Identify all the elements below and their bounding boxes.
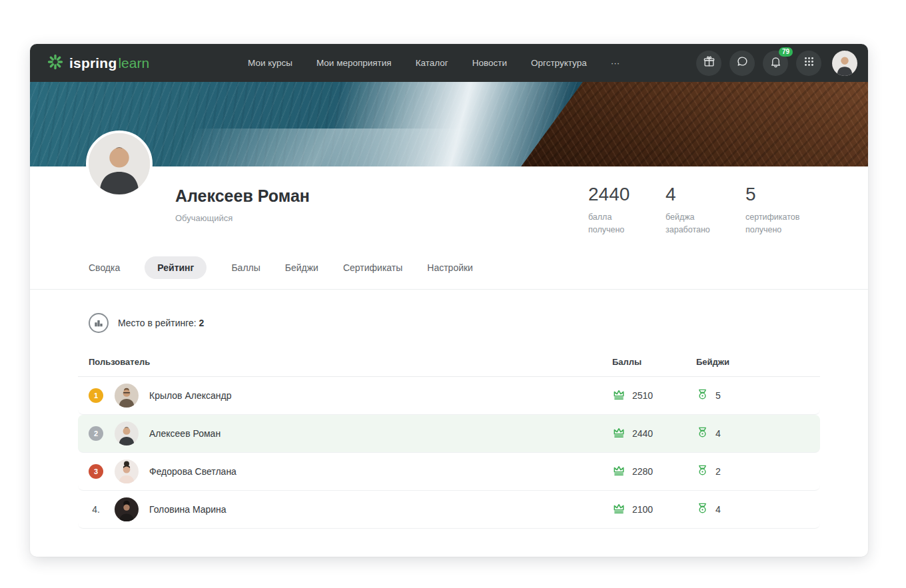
points-value: 2440 <box>632 428 653 439</box>
stat-certificates: 5 сертификатовполучено <box>745 184 799 236</box>
stat-points-label: баллаполучено <box>588 211 666 236</box>
badges-value: 4 <box>715 504 721 515</box>
table-row[interactable]: 3 Федорова Светлана 2280 2 <box>78 453 820 491</box>
cover-photo <box>30 82 868 166</box>
nav-news[interactable]: Новости <box>472 58 507 68</box>
crown-icon <box>612 464 626 479</box>
top-navigation-bar: ispringlearn Мои курсы Мои мероприятия К… <box>30 44 868 82</box>
rank-badge-gold: 1 <box>89 388 103 403</box>
user-cell: 4. Головина Марина <box>89 497 612 521</box>
user-avatar <box>115 459 139 483</box>
logo-product-text: learn <box>118 55 149 71</box>
user-cell: 3 Федорова Светлана <box>89 459 612 483</box>
crown-icon <box>612 502 626 517</box>
badges-cell: 4 <box>696 426 721 441</box>
points-cell: 2280 <box>612 464 696 479</box>
header-badges: Бейджи <box>696 357 809 367</box>
stat-points: 2440 баллаполучено <box>588 184 666 236</box>
badges-value: 4 <box>715 428 721 439</box>
apps-grid-icon <box>803 56 815 70</box>
ispring-learn-logo[interactable]: ispringlearn <box>47 54 149 73</box>
profile-page-card: ispringlearn Мои курсы Мои мероприятия К… <box>30 44 868 557</box>
points-cell: 2440 <box>612 426 696 441</box>
stat-badges-value: 4 <box>666 184 745 205</box>
user-cell: 1 Крылов Александр <box>89 384 612 408</box>
stat-badges: 4 бейджазаработано <box>666 184 745 236</box>
badges-value: 5 <box>715 390 721 401</box>
rank-number: 4. <box>89 502 103 517</box>
badges-cell: 4 <box>696 502 721 517</box>
logo-brand-text: ispring <box>69 55 117 71</box>
badges-cell: 2 <box>696 464 721 479</box>
rank-badge-silver: 2 <box>89 426 103 441</box>
header-user: Пользователь <box>89 357 612 367</box>
leaderboard-table: Пользователь Баллы Бейджи 1 Крылов Алекс… <box>78 352 820 529</box>
points-cell: 2100 <box>612 502 696 517</box>
podium-icon <box>89 313 109 333</box>
main-nav: Мои курсы Мои мероприятия Каталог Новост… <box>248 58 620 68</box>
tabs-divider <box>30 289 868 290</box>
rank-badge-bronze: 3 <box>89 464 103 479</box>
points-value: 2100 <box>632 504 653 515</box>
rating-place-row: Место в рейтинге: 2 <box>89 313 809 333</box>
messages-button[interactable] <box>729 51 755 76</box>
notification-count-badge: 79 <box>779 47 793 57</box>
topbar-actions: 79 <box>696 51 857 76</box>
badges-value: 2 <box>715 466 721 477</box>
notifications-button[interactable]: 79 <box>763 51 788 76</box>
user-avatar <box>115 422 139 445</box>
tab-points[interactable]: Баллы <box>231 262 260 273</box>
nav-org-structure[interactable]: Оргструктура <box>531 58 587 68</box>
gift-button[interactable] <box>696 51 721 76</box>
profile-avatar[interactable] <box>86 131 153 197</box>
topbar-user-avatar[interactable] <box>832 51 857 76</box>
cover-wave-foam-2 <box>170 129 477 166</box>
table-row-current-user[interactable]: 2 Алексеев Роман 2440 4 <box>78 415 820 453</box>
points-cell: 2510 <box>612 388 696 404</box>
chat-icon <box>736 55 749 71</box>
tab-summary[interactable]: Сводка <box>89 262 120 273</box>
table-row[interactable]: 4. Головина Марина 2100 4 <box>78 491 820 529</box>
stat-certificates-label: сертификатовполучено <box>745 211 799 236</box>
user-name: Головина Марина <box>149 504 226 515</box>
tab-certificates[interactable]: Сертификаты <box>343 262 402 273</box>
rating-place-value: 2 <box>199 318 205 328</box>
stat-badges-label: бейджазаработано <box>666 211 745 236</box>
nav-catalog[interactable]: Каталог <box>416 58 448 68</box>
crown-icon <box>612 426 626 441</box>
nav-my-events[interactable]: Мои мероприятия <box>316 58 392 68</box>
points-value: 2280 <box>632 466 653 477</box>
medal-icon <box>696 464 709 479</box>
table-header-row: Пользователь Баллы Бейджи <box>78 352 820 377</box>
tab-rating[interactable]: Рейтинг <box>145 256 207 279</box>
crown-icon <box>612 388 626 404</box>
nav-more-menu[interactable]: ··· <box>611 58 620 68</box>
user-avatar <box>115 384 139 408</box>
bell-icon <box>769 55 782 71</box>
table-row[interactable]: 1 Крылов Александр 2510 5 <box>78 377 820 415</box>
profile-tabs: Сводка Рейтинг Баллы Бейджи Сертификаты … <box>30 256 868 279</box>
medal-icon <box>696 388 709 403</box>
user-name: Крылов Александр <box>149 390 232 401</box>
medal-icon <box>696 426 709 441</box>
points-value: 2510 <box>632 390 653 401</box>
stat-certificates-value: 5 <box>745 184 799 205</box>
user-name: Федорова Светлана <box>149 466 236 477</box>
profile-stats: 2440 баллаполучено 4 бейджазаработано 5 … <box>588 184 799 236</box>
stat-points-value: 2440 <box>588 184 666 205</box>
badges-cell: 5 <box>696 388 721 403</box>
rating-place-text: Место в рейтинге: 2 <box>118 318 204 328</box>
user-cell: 2 Алексеев Роман <box>89 422 612 445</box>
tab-settings[interactable]: Настройки <box>427 262 473 273</box>
gift-icon <box>703 55 715 71</box>
profile-header: Алексеев Роман Обучающийся 2440 баллапол… <box>30 166 868 223</box>
ispring-burst-icon <box>47 54 63 73</box>
nav-my-courses[interactable]: Мои курсы <box>248 58 292 68</box>
header-points: Баллы <box>612 357 696 367</box>
apps-button[interactable] <box>796 51 821 76</box>
medal-icon <box>696 502 709 517</box>
tab-badges[interactable]: Бейджи <box>285 262 318 273</box>
user-avatar <box>115 497 139 521</box>
user-name: Алексеев Роман <box>149 428 221 439</box>
